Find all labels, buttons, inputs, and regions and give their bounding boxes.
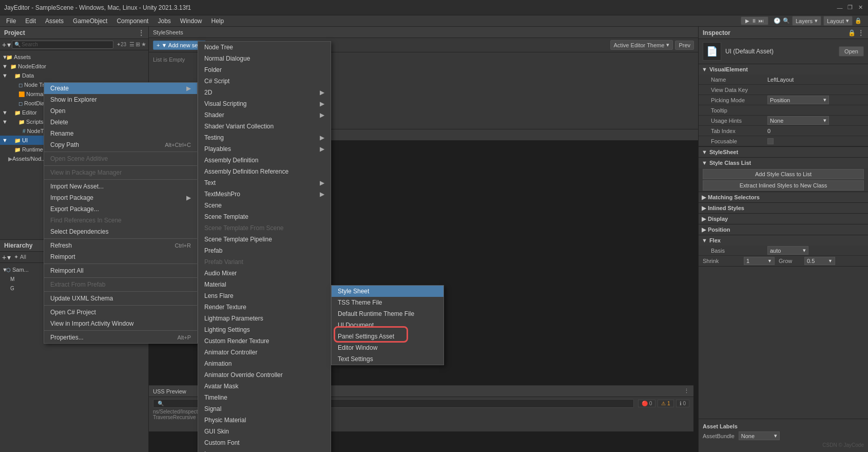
ctx-refresh[interactable]: Refresh Ctrl+R	[44, 240, 197, 251]
ctx-assembly-def-ref[interactable]: Assembly Definition Reference	[198, 166, 331, 177]
ctx-render-texture[interactable]: Render Texture	[198, 302, 331, 313]
ctx-gui-skin[interactable]: GUI Skin	[198, 426, 331, 437]
ctx-default-runtime-theme[interactable]: Default Runtime Theme File	[332, 308, 443, 319]
ctx-avatar-mask[interactable]: Avatar Mask	[198, 381, 331, 392]
ctx-shader[interactable]: Shader ▶	[198, 109, 331, 121]
ctx-textmeshpro[interactable]: TextMeshPro ▶	[198, 189, 331, 200]
menu-component[interactable]: Component	[112, 16, 152, 26]
ctx-select-dependencies[interactable]: Select Dependencies	[44, 226, 197, 237]
ctx-csharp-script[interactable]: C# Script	[198, 76, 331, 87]
pickingmode-dropdown[interactable]: Position ▾	[767, 96, 829, 104]
ctx-panel-settings[interactable]: Panel Settings Asset	[332, 331, 443, 342]
ctx-folder[interactable]: Folder	[198, 64, 331, 76]
hierarchy-minus-icon[interactable]: ▾	[7, 253, 11, 261]
tree-nodeeditor[interactable]: ▼ 📁 NodeEditor	[0, 62, 148, 71]
inlined-styles-header[interactable]: ▶ Inlined Styles	[699, 203, 868, 213]
ctx-reimport[interactable]: Reimport	[44, 251, 197, 262]
ctx-animator-controller[interactable]: Animator Controller	[198, 347, 331, 358]
minus-icon[interactable]: ▾	[7, 41, 11, 49]
ctx-signal[interactable]: Signal	[198, 403, 331, 415]
ctx-ui-document[interactable]: UI Document	[332, 319, 443, 331]
menu-help[interactable]: Help	[207, 16, 228, 26]
extract-styles-btn[interactable]: Extract Inlined Styles to New Class	[703, 180, 864, 191]
ctx-create[interactable]: Create ▶	[44, 83, 197, 94]
project-menu-icon[interactable]: ⋮	[138, 29, 144, 36]
ctx-lens-flare[interactable]: Lens Flare	[198, 290, 331, 302]
hierarchy-add-icon[interactable]: +	[2, 253, 6, 261]
ctx-audio-mixer[interactable]: Audio Mixer	[198, 268, 331, 279]
ctx-open[interactable]: Open	[44, 105, 197, 117]
tree-data[interactable]: ▼ 📁 Data	[0, 71, 148, 80]
ctx-properties[interactable]: Properties... Alt+P	[44, 332, 197, 343]
focusable-checkbox[interactable]	[767, 138, 774, 144]
ctx-text-settings[interactable]: Text Settings	[332, 353, 443, 365]
shrink-field[interactable]: 1 ▼	[744, 257, 775, 265]
basis-dropdown[interactable]: auto ▾	[767, 246, 808, 255]
usagehints-dropdown[interactable]: None ▾	[767, 116, 829, 125]
menu-gameobject[interactable]: GameObject	[69, 16, 111, 26]
star-icon[interactable]: ★	[141, 41, 146, 48]
style-class-list-header[interactable]: ▼ Style Class List	[699, 158, 868, 168]
ctx-copy-path[interactable]: Copy Path Alt+Ctrl+C	[44, 139, 197, 150]
ctx-delete[interactable]: Delete	[44, 117, 197, 128]
ctx-assembly-def[interactable]: Assembly Definition	[198, 155, 331, 166]
open-button[interactable]: Open	[839, 46, 864, 56]
active-theme-dropdown[interactable]: Active Editor Theme ▾	[610, 40, 673, 50]
layout-dropdown[interactable]: Layout ▾	[823, 16, 853, 26]
ctx-style-sheet[interactable]: Style Sheet	[332, 286, 443, 297]
ctx-prefab[interactable]: Prefab	[198, 245, 331, 256]
ctx-text[interactable]: Text ▶	[198, 177, 331, 189]
ctx-scene-template-pipeline[interactable]: Scene Template Pipeline	[198, 234, 331, 245]
position-header[interactable]: ▶ Position	[699, 224, 868, 235]
ctx-reimport-all[interactable]: Reimport All	[44, 265, 197, 276]
all-label[interactable]: ✦ All	[14, 254, 26, 260]
ctx-legacy[interactable]: Legacy ▶	[198, 448, 331, 452]
ctx-timeline[interactable]: Timeline	[198, 392, 331, 403]
visual-element-header[interactable]: ▼ VisualElement	[699, 64, 868, 74]
ctx-2d[interactable]: 2D ▶	[198, 87, 331, 98]
toolbar-play[interactable]: ▶ ⏸ ⏭	[741, 16, 768, 25]
matching-selectors-header[interactable]: ▶ Matching Selectors	[699, 192, 868, 202]
ctx-physic-material[interactable]: Physic Material	[198, 415, 331, 426]
add-icon[interactable]: +	[2, 41, 6, 49]
ctx-lighting-settings[interactable]: Lighting Settings	[198, 324, 331, 335]
add-style-class-btn[interactable]: Add Style Class to List	[703, 169, 864, 179]
ctx-view-import[interactable]: View in Import Activity Window	[44, 318, 197, 329]
minimize-button[interactable]: —	[836, 4, 843, 11]
menu-jobs[interactable]: Jobs	[153, 16, 175, 26]
menu-edit[interactable]: Edit	[21, 16, 40, 26]
preview-btn[interactable]: Prev	[675, 41, 694, 50]
ctx-import-new[interactable]: Import New Asset...	[44, 181, 197, 192]
filter-icon[interactable]: ☰	[129, 41, 134, 48]
uss-menu-icon[interactable]: ⋮	[684, 388, 689, 394]
ctx-normal-dialogue[interactable]: Normal Dialogue	[198, 53, 331, 64]
close-button[interactable]: ✕	[857, 4, 864, 11]
ctx-tss-theme[interactable]: TSS Theme File	[332, 297, 443, 308]
ctx-custom-font[interactable]: Custom Font	[198, 437, 331, 448]
tree-assets[interactable]: ▼ 📁 Assets	[0, 52, 148, 62]
ctx-animator-override[interactable]: Animator Override Controller	[198, 369, 331, 381]
ctx-scene[interactable]: Scene	[198, 200, 331, 211]
ctx-import-package[interactable]: Import Package ▶	[44, 192, 197, 203]
ctx-lightmap-params[interactable]: Lightmap Parameters	[198, 313, 331, 324]
inspector-lock-icon[interactable]: 🔒	[848, 29, 856, 36]
grid-icon[interactable]: ⊞	[136, 41, 140, 48]
ctx-shader-variant[interactable]: Shader Variant Collection	[198, 121, 331, 132]
ctx-visual-scripting[interactable]: Visual Scripting ▶	[198, 98, 331, 109]
stylesheet-section-header[interactable]: ▼ StyleSheet	[699, 147, 868, 157]
ctx-open-cs[interactable]: Open C# Project	[44, 307, 197, 318]
assetbundle-dropdown[interactable]: None ▾	[739, 431, 780, 440]
ctx-testing[interactable]: Testing ▶	[198, 132, 331, 143]
search-icon[interactable]: 🔍	[783, 17, 790, 24]
display-header[interactable]: ▶ Display	[699, 214, 868, 224]
grow-field[interactable]: 0.5 ▼	[804, 257, 835, 265]
ctx-scene-template[interactable]: Scene Template	[198, 211, 331, 222]
lock-icon[interactable]: 🔒	[855, 17, 862, 24]
ctx-custom-render-texture[interactable]: Custom Render Texture	[198, 335, 331, 347]
history-icon[interactable]: 🕐	[774, 17, 781, 24]
ctx-export-package[interactable]: Export Package...	[44, 203, 197, 215]
ctx-update-uxml[interactable]: Update UXML Schema	[44, 293, 197, 304]
maximize-button[interactable]: ❐	[846, 4, 854, 11]
flex-header[interactable]: ▼ Flex	[699, 235, 868, 246]
ctx-editor-window[interactable]: Editor Window	[332, 342, 443, 353]
